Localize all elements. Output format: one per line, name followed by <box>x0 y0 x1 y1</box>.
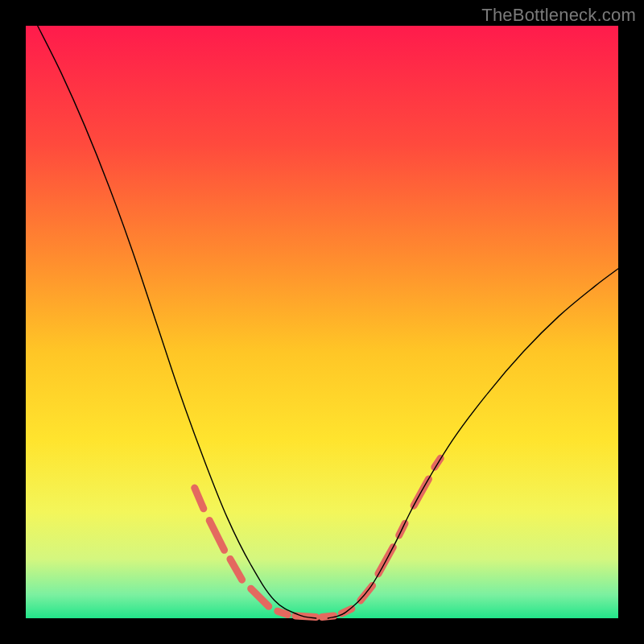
highlight-dash <box>209 521 224 551</box>
highlight-dash <box>195 488 204 509</box>
curve-layer <box>26 26 618 618</box>
chart-frame: TheBottleneck.com <box>0 0 644 644</box>
highlight-dash <box>230 559 242 580</box>
left-curve <box>38 26 316 618</box>
plot-area <box>26 26 618 618</box>
watermark-text: TheBottleneck.com <box>481 5 636 26</box>
highlight-dashes <box>195 458 440 617</box>
highlight-dash <box>251 588 269 606</box>
highlight-dash <box>278 611 288 614</box>
right-curve <box>328 269 618 618</box>
